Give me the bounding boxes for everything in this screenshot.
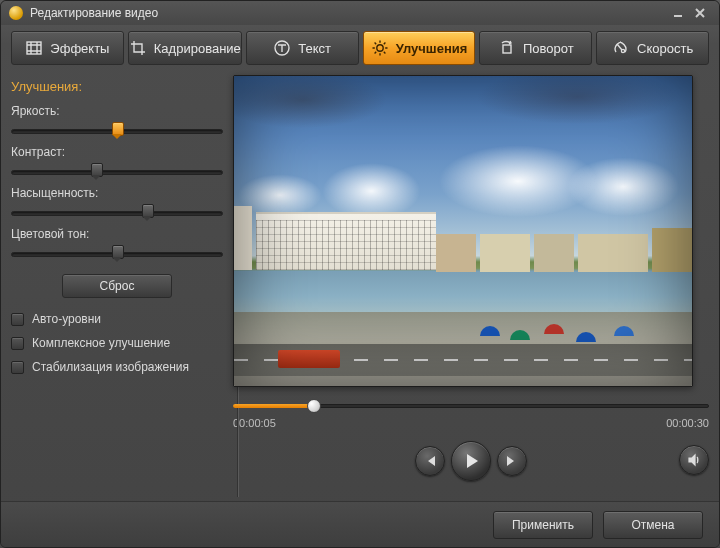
stabilize-label: Стабилизация изображения [32, 360, 189, 374]
total-time: 00:00:30 [666, 417, 709, 429]
video-preview [233, 75, 693, 387]
contrast-slider[interactable] [11, 162, 223, 182]
complex-row[interactable]: Комплексное улучшение [11, 336, 223, 350]
complex-checkbox[interactable] [11, 337, 24, 350]
video-panel: 00:00:05 00:00:30 [233, 75, 709, 481]
timecodes: 00:00:05 00:00:30 [233, 417, 709, 429]
minimize-button[interactable] [667, 5, 689, 21]
brightness-icon [371, 39, 389, 57]
app-icon [9, 6, 23, 20]
playback-controls [233, 441, 709, 481]
cancel-button[interactable]: Отмена [603, 511, 703, 539]
current-time: 00:00:05 [233, 417, 276, 429]
tab-label: Кадрирование [154, 41, 241, 56]
autolevels-label: Авто-уровни [32, 312, 101, 326]
rotate-icon [498, 39, 516, 57]
apply-button[interactable]: Применить [493, 511, 593, 539]
reset-button[interactable]: Сброс [62, 274, 172, 298]
tab-enhance[interactable]: Улучшения [363, 31, 476, 65]
volume-button[interactable] [679, 445, 709, 475]
brightness-slider[interactable] [11, 121, 223, 141]
hue-slider[interactable] [11, 244, 223, 264]
play-button[interactable] [451, 441, 491, 481]
footer: Применить Отмена [1, 501, 719, 547]
reset-label: Сброс [100, 279, 135, 293]
contrast-label: Контраст: [11, 145, 223, 159]
svg-rect-3 [503, 45, 511, 53]
prev-button[interactable] [415, 446, 445, 476]
tab-text[interactable]: Текст [246, 31, 359, 65]
close-button[interactable] [689, 5, 711, 21]
tab-label: Улучшения [396, 41, 468, 56]
tab-label: Поворот [523, 41, 574, 56]
hue-label: Цветовой тон: [11, 227, 223, 241]
tab-speed[interactable]: Скорость [596, 31, 709, 65]
text-icon [273, 39, 291, 57]
saturation-label: Насыщенность: [11, 186, 223, 200]
tab-crop[interactable]: Кадрирование [128, 31, 242, 65]
tab-bar: Эффекты Кадрирование Текст Улучшения Пов… [1, 25, 719, 75]
enhance-panel: Улучшения: Яркость: Контраст: Насыщеннос… [11, 75, 223, 481]
window-title: Редактирование видео [30, 6, 667, 20]
timeline-slider[interactable] [233, 399, 709, 413]
tab-label: Текст [298, 41, 331, 56]
stabilize-row[interactable]: Стабилизация изображения [11, 360, 223, 374]
complex-label: Комплексное улучшение [32, 336, 170, 350]
panel-title: Улучшения: [11, 79, 223, 94]
tab-rotate[interactable]: Поворот [479, 31, 592, 65]
film-icon [25, 39, 43, 57]
autolevels-checkbox[interactable] [11, 313, 24, 326]
crop-icon [129, 39, 147, 57]
autolevels-row[interactable]: Авто-уровни [11, 312, 223, 326]
tab-label: Скорость [637, 41, 693, 56]
svg-point-2 [376, 45, 382, 51]
titlebar: Редактирование видео [1, 1, 719, 25]
apply-label: Применить [512, 518, 574, 532]
tab-effects[interactable]: Эффекты [11, 31, 124, 65]
svg-rect-0 [27, 42, 41, 54]
next-button[interactable] [497, 446, 527, 476]
speed-icon [612, 39, 630, 57]
brightness-label: Яркость: [11, 104, 223, 118]
cancel-label: Отмена [631, 518, 674, 532]
saturation-slider[interactable] [11, 203, 223, 223]
tab-label: Эффекты [50, 41, 109, 56]
stabilize-checkbox[interactable] [11, 361, 24, 374]
